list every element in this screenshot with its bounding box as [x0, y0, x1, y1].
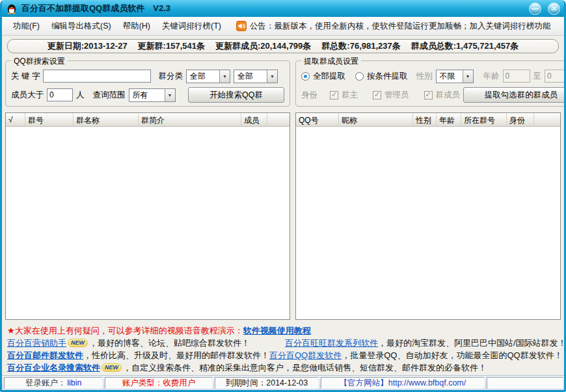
- official-website-segment[interactable]: 【官方网站】http://www.bfbqf.com/: [321, 377, 485, 389]
- promo-line2-text2: ，最好的淘宝群发、阿里巴巴中国站/国际站群发！: [378, 338, 564, 348]
- keyword-label: 关 键 字: [11, 71, 40, 82]
- start-search-button[interactable]: 开始搜索QQ群: [188, 87, 284, 103]
- member-table-header: QQ号 昵称 性别 年龄 所在群号 身份: [296, 113, 560, 127]
- expire-date-text: 到期时间：2014-12-03: [226, 378, 308, 389]
- promo-line3-text1: ，性价比高、升级及时、最好用的邮件群发软件！: [83, 350, 269, 360]
- extract-members-button[interactable]: 提取勾选群的群成员: [463, 87, 566, 103]
- admin-checkbox: [373, 91, 381, 99]
- extract-settings-box: 提取群成员设置 全部提取 按条件提取 性别 不限 年龄 至 身份 群主: [295, 60, 566, 107]
- promo-line-2: 百分百营销助手NEW，最好的博客、论坛、贴吧综合群发软件！百分百旺旺群发系列软件…: [7, 337, 559, 349]
- scope-label: 查询范围: [93, 90, 126, 101]
- dropdown-arrow-icon[interactable]: [463, 70, 473, 83]
- members-greater-input[interactable]: [47, 88, 73, 101]
- announcement-text: 公告：最新版本，使用全新内核，使软件登陆运行更加顺畅；加入关键词排行榜功能: [250, 21, 551, 32]
- minimize-icon: —: [532, 5, 539, 12]
- official-website-link[interactable]: 【官方网站】http://www.bfbqf.com/: [340, 378, 466, 389]
- member-result-table: QQ号 昵称 性别 年龄 所在群号 身份: [295, 112, 561, 320]
- group-table-header: √ 群号 群名称 群简介 成员: [6, 113, 290, 127]
- identity-header[interactable]: 身份: [507, 113, 534, 127]
- member-table-header-filler: [534, 113, 560, 127]
- extract-all-label: 全部提取: [313, 71, 345, 82]
- identity-label: 身份: [301, 90, 317, 101]
- category-sub-combo[interactable]: 全部: [234, 70, 278, 83]
- group-table-body: [6, 127, 290, 319]
- extract-conditional-label: 按条件提取: [367, 71, 408, 82]
- extract-all-radio[interactable]: [301, 72, 310, 81]
- in-group-header[interactable]: 所在群号: [461, 113, 507, 127]
- group-number-header[interactable]: 群号: [25, 113, 74, 127]
- member-checkbox: [424, 91, 433, 99]
- promo-line-4: 百分百企业名录搜索软件NEW，自定义搜索条件、精准的采集出意向客户，是您做电话销…: [7, 361, 559, 374]
- tables-row: √ 群号 群名称 群简介 成员 QQ号 昵称 性别 年龄 所在群号 身份: [2, 109, 564, 322]
- qq-blast-link[interactable]: 百分百QQ群发软件: [269, 350, 342, 360]
- video-tutorial-link[interactable]: 软件视频使用教程: [243, 326, 311, 335]
- group-name-header[interactable]: 群名称: [74, 113, 139, 127]
- settings-row: QQ群搜索设置 关 键 字 群分类 全部 全部 成员大于 人 查询范围: [2, 55, 564, 109]
- stat-update-date: 更新日期:2013-12-27: [47, 40, 128, 52]
- expire-date-segment: 到期时间：2014-12-03: [215, 377, 319, 389]
- announcement-area: 公告：最新版本，使用全新内核，使软件登陆运行更加顺畅；加入关键词排行榜功能: [236, 21, 551, 32]
- stats-bar: 更新日期:2013-12-27 更新群:157,541条 更新群成员:20,14…: [7, 39, 559, 53]
- group-search-settings-title: QQ群搜索设置: [11, 56, 68, 67]
- member-table-body: [296, 127, 560, 319]
- new-badge: NEW: [68, 339, 88, 347]
- login-account-label: 登录账户：: [25, 378, 66, 389]
- owner-checkbox-label: 群主: [342, 90, 358, 101]
- wangwang-series-link[interactable]: 百分百旺旺群发系列软件: [285, 338, 378, 348]
- nickname-header[interactable]: 昵称: [339, 113, 413, 127]
- dropdown-arrow-icon[interactable]: [165, 89, 175, 101]
- promo-line4-text: ，自定义搜索条件、精准的采集出意向客户，是您做电话销售、短信群发、邮件群发的必备…: [123, 363, 487, 372]
- minimize-button[interactable]: —: [529, 3, 541, 15]
- app-window: 百分百不加群提取QQ群成员软件 V2.3 — ✕ 功能(F) 编辑导出格式(S)…: [0, 0, 566, 392]
- qq-number-header[interactable]: QQ号: [296, 113, 339, 127]
- member-checkbox-label: 群成员: [436, 90, 461, 101]
- group-table-header-filler: [267, 113, 290, 127]
- age-from-input: [503, 70, 530, 83]
- menu-item-function[interactable]: 功能(F): [7, 18, 46, 34]
- promo-help-text: ★大家在使用上有何疑问，可以参考详细的视频语音教程演示：: [7, 326, 243, 335]
- gender-label: 性别: [416, 71, 433, 82]
- gender-header[interactable]: 性别: [413, 113, 437, 127]
- promo-line2-text1: ，最好的博客、论坛、贴吧综合群发软件！: [89, 338, 250, 348]
- close-icon: ✕: [551, 5, 557, 12]
- members-greater-label: 成员大于: [11, 90, 44, 101]
- speaker-icon: [236, 21, 247, 31]
- login-account-segment: 登录账户： libin: [4, 377, 103, 389]
- close-button[interactable]: ✕: [548, 3, 560, 15]
- age-header[interactable]: 年龄: [437, 113, 461, 127]
- dropdown-arrow-icon[interactable]: [219, 70, 230, 83]
- promo-area: ★大家在使用上有何疑问，可以参考详细的视频语音教程演示：软件视频使用教程 百分百…: [2, 322, 564, 375]
- menu-item-export-format[interactable]: 编辑导出格式(S): [46, 18, 117, 34]
- stat-updated-groups: 更新群:157,541条: [138, 40, 205, 52]
- account-type-text: 账户类型：收费用户: [122, 378, 196, 389]
- stat-updated-members: 更新群成员:20,144,799条: [215, 40, 311, 52]
- category-main-combo[interactable]: 全部: [186, 70, 230, 83]
- group-search-settings-box: QQ群搜索设置 关 键 字 群分类 全部 全部 成员大于 人 查询范围: [5, 60, 290, 107]
- category-sub-value: 全部: [237, 71, 253, 82]
- scope-value: 所有: [133, 90, 148, 101]
- members-unit-label: 人: [76, 90, 85, 101]
- age-label: 年龄: [483, 71, 500, 82]
- age-to-input: [545, 70, 566, 83]
- owner-checkbox: [330, 91, 338, 99]
- menu-item-help[interactable]: 帮助(H): [117, 18, 156, 34]
- gender-combo[interactable]: 不限: [436, 70, 474, 83]
- enterprise-directory-link[interactable]: 百分百企业名录搜索软件: [7, 363, 100, 372]
- stat-total-groups: 群总数:76,981,237条: [321, 40, 400, 52]
- group-intro-header[interactable]: 群简介: [139, 113, 241, 127]
- scope-combo[interactable]: 所有: [129, 88, 176, 102]
- dropdown-arrow-icon[interactable]: [267, 70, 277, 83]
- category-label: 群分类: [158, 71, 183, 82]
- login-account-value: libin: [67, 378, 81, 387]
- menu-item-keyword-ranking[interactable]: 关键词排行榜(T): [156, 18, 227, 34]
- extract-conditional-radio[interactable]: [355, 72, 364, 81]
- group-members-header[interactable]: 成员: [241, 113, 267, 127]
- select-column-header[interactable]: √: [6, 113, 25, 127]
- marketing-assistant-link[interactable]: 百分百营销助手: [7, 338, 66, 348]
- group-result-table: √ 群号 群名称 群简介 成员: [5, 112, 290, 320]
- promo-line3-text2: ，批量登录QQ、自动加好友，功能最全面的QQ群发软件！: [342, 350, 562, 360]
- age-to-label: 至: [533, 71, 542, 82]
- keyword-input[interactable]: [43, 70, 151, 83]
- email-blast-link[interactable]: 百分百邮件群发软件: [7, 350, 83, 360]
- account-type-segment: 账户类型：收费用户: [105, 377, 213, 389]
